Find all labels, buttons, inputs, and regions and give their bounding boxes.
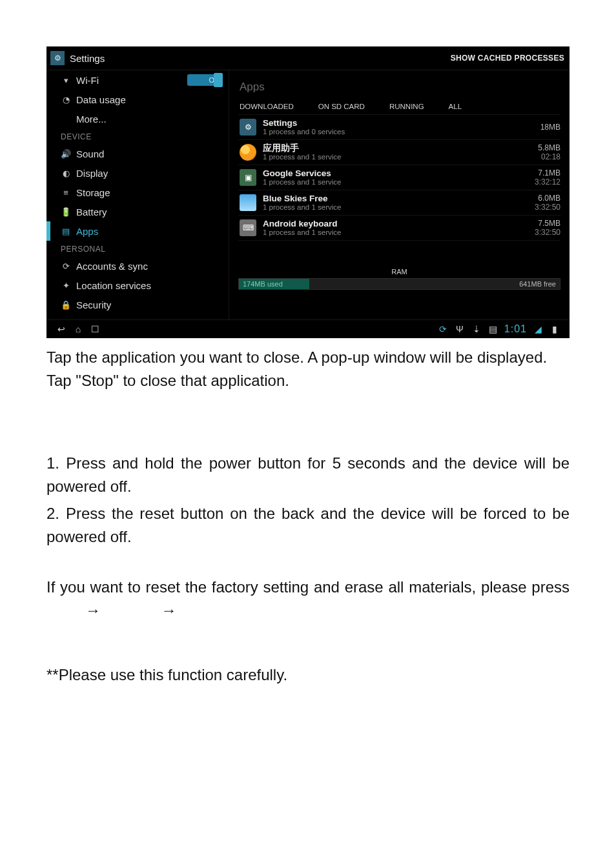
status-battery-icon: ▮ [546,324,563,334]
ram-used: 174MB used [243,280,283,288]
sidebar-item-label: Battery [76,207,107,217]
document-text: Tap the application you want to close. A… [46,346,570,687]
tab-running[interactable]: RUNNING [388,103,426,110]
doc-p1: Tap the application you want to close. A… [46,346,570,392]
sidebar-item-sound[interactable]: 🔊 Sound [46,144,229,163]
category-device: DEVICE [46,128,229,144]
doc-p2: 1. Press and hold the power button for 5… [46,452,570,498]
app-time: 02:18 [538,152,560,161]
app-icon-keyboard: ⌨ [240,219,256,236]
app-sub: 1 process and 1 service [263,153,341,161]
display-icon: ◐ [61,168,71,178]
doc-p5: **Please use this function carefully. [46,663,570,687]
settings-body: ▾ Wi-Fi ON ◔ Data usage More... DEVICE 🔊… [46,70,570,319]
sidebar-item-label: Data usage [76,94,126,105]
sidebar-item-location-services[interactable]: ✦ Location services [46,276,229,295]
sound-icon: 🔊 [61,148,71,159]
app-icon-helper [240,144,256,161]
sidebar-item-label: More... [76,114,107,125]
app-row[interactable]: 应用助手 1 process and 1 service 5.8MB 02:18 [238,140,560,165]
wifi-toggle[interactable]: ON [187,74,222,86]
app-size: 5.8MB [538,143,560,152]
content-pane: Apps DOWNLOADED ON SD CARD RUNNING ALL ⚙… [229,70,570,319]
app-time: 3:32:50 [535,203,560,212]
app-sub: 1 process and 0 services [263,128,345,136]
app-name: Settings [263,119,345,128]
status-download-icon: ⇣ [468,324,485,334]
arrow-icon: → [161,601,176,619]
sidebar-item-security[interactable]: 🔒 Security [46,295,229,314]
app-name: Blue Skies Free [263,194,341,203]
sidebar-item-apps[interactable]: ▤ Apps [46,221,229,241]
app-sub: 1 process and 1 service [263,178,341,187]
sidebar-item-display[interactable]: ◐ Display [46,163,229,183]
status-usb-icon: Ψ [451,324,468,334]
sidebar-item-language-input[interactable]: A Language & input [46,314,229,319]
sync-icon: ⟳ [61,261,71,271]
battery-icon: 🔋 [61,207,71,217]
home-button[interactable]: ⌂ [70,324,87,334]
ram-usage: RAM 174MB used 641MB free [238,268,560,290]
status-clock: 1:01 [504,323,527,335]
app-size: 18MB [540,123,560,132]
sidebar-item-label: Wi-Fi [76,75,99,86]
app-row[interactable]: Blue Skies Free 1 process and 1 service … [238,190,560,216]
app-row[interactable]: ⚙ Settings 1 process and 0 services 18MB [238,115,560,140]
sidebar-item-wifi[interactable]: ▾ Wi-Fi ON [46,70,229,90]
sidebar-item-storage[interactable]: ≡ Storage [46,183,229,202]
sidebar-item-label: Location services [76,280,151,291]
category-personal: PERSONAL [46,241,229,256]
app-time: 3:32:50 [535,228,560,237]
storage-icon: ≡ [61,187,71,197]
tab-on-sd-card[interactable]: ON SD CARD [317,103,366,110]
sidebar-item-label: Language & input [76,319,152,320]
apps-icon: ▤ [61,226,71,236]
app-name: Google Services [263,169,341,178]
apps-tabs: DOWNLOADED ON SD CARD RUNNING ALL [238,103,560,110]
sidebar: ▾ Wi-Fi ON ◔ Data usage More... DEVICE 🔊… [46,70,229,319]
lock-icon: 🔒 [61,299,71,310]
app-sub: 1 process and 1 service [263,203,341,212]
sidebar-item-accounts-sync[interactable]: ⟳ Accounts & sync [46,256,229,276]
screenshot: ⚙ Settings SHOW CACHED PROCESSES ▾ Wi-Fi… [46,46,570,338]
system-navbar: ↩ ⌂ ☐ ⟳ Ψ ⇣ ▤ 1:01 ◢ ▮ [46,319,570,338]
app-time: 3:32:12 [535,177,560,187]
location-icon: ✦ [61,280,71,290]
app-row[interactable]: ⌨ Android keyboard 1 process and 1 servi… [238,216,560,241]
wifi-icon: ▾ [61,75,71,85]
ram-bar: 174MB used 641MB free [238,278,560,290]
status-sync-icon: ⟳ [435,324,451,334]
language-icon: A [61,319,71,319]
arrow-icon: → [85,601,101,619]
doc-p3: 2. Press the reset button on the back an… [46,502,570,549]
app-icon-blue-skies [240,194,256,211]
sidebar-item-battery[interactable]: 🔋 Battery [46,202,229,221]
content-heading: Apps [240,81,560,94]
sidebar-item-data-usage[interactable]: ◔ Data usage [46,90,229,109]
data-usage-icon: ◔ [61,94,71,105]
app-size: 6.0MB [535,194,560,203]
show-cached-processes-button[interactable]: SHOW CACHED PROCESSES [451,54,564,63]
app-name: 应用助手 [263,144,341,153]
sidebar-item-label: Apps [76,226,98,237]
sidebar-item-more[interactable]: More... [46,109,229,128]
ram-free: 641MB free [519,280,556,288]
status-sd-icon: ▤ [485,324,502,334]
sidebar-item-label: Security [76,299,111,310]
settings-app-icon: ⚙ [50,51,65,65]
sidebar-item-label: Display [76,168,108,179]
window-title: Settings [70,53,105,64]
status-wifi-icon: ◢ [529,324,546,334]
running-apps-list: ⚙ Settings 1 process and 0 services 18MB… [238,114,560,241]
app-icon-settings: ⚙ [240,119,256,136]
back-button[interactable]: ↩ [53,324,70,334]
sidebar-item-label: Sound [76,148,104,159]
sidebar-item-label: Accounts & sync [76,261,148,272]
tab-downloaded[interactable]: DOWNLOADED [238,103,295,110]
tab-all[interactable]: ALL [447,103,463,110]
ram-label: RAM [238,268,560,276]
app-row[interactable]: ▣ Google Services 1 process and 1 servic… [238,165,560,190]
recent-apps-button[interactable]: ☐ [87,324,103,334]
sidebar-item-label: Storage [76,187,110,198]
app-size: 7.5MB [535,219,560,228]
